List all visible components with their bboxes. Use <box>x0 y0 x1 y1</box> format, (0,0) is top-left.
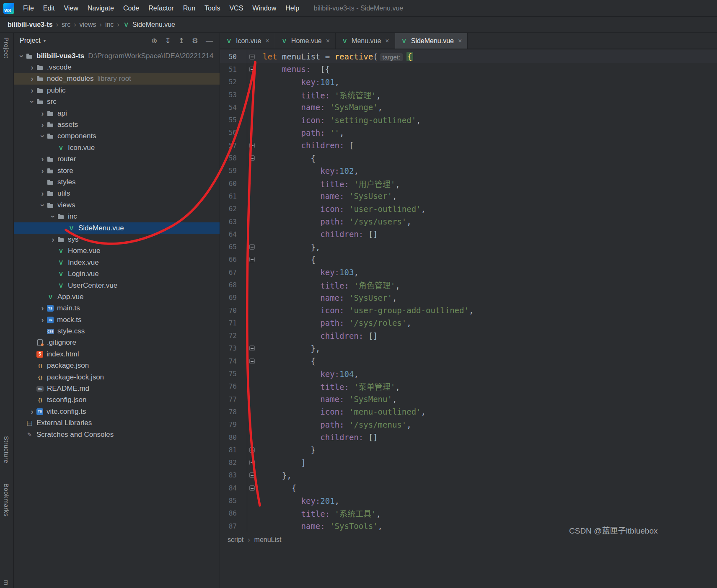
tree-item-UserCenter.vue[interactable]: UserCenter.vue <box>14 280 220 291</box>
code-text[interactable]: { <box>257 483 296 493</box>
code-text[interactable]: path: '/sys/users', <box>257 217 412 226</box>
tree-item-.vscode[interactable]: ›.vscode <box>14 62 220 73</box>
fold-icon[interactable] <box>249 67 255 72</box>
chevron-down-icon[interactable]: › <box>39 132 47 141</box>
tree-item-Index.vue[interactable]: Index.vue <box>14 257 220 268</box>
tree-item-utils[interactable]: ›utils <box>14 188 220 199</box>
code-text[interactable]: children: [] <box>257 433 378 442</box>
tree-item-node_modules[interactable]: ›node_moduleslibrary root <box>14 73 220 85</box>
tree-item-package-lock.json[interactable]: package-lock.json <box>14 371 220 383</box>
tree-item-.gitignore[interactable]: .gitignore <box>14 337 220 348</box>
chevron-right-icon[interactable]: › <box>28 64 36 71</box>
fold-icon[interactable] <box>249 54 255 59</box>
fold-icon[interactable] <box>249 485 255 491</box>
code-text[interactable]: key:101, <box>257 77 339 87</box>
chevron-down-icon[interactable]: › <box>39 201 47 209</box>
tree-item-Icon.vue[interactable]: Icon.vue <box>14 142 220 153</box>
code-text[interactable]: path: '', <box>257 128 344 137</box>
code-text[interactable]: icon: 'setting-outlined', <box>257 116 421 125</box>
chevron-down-icon[interactable]: › <box>28 98 36 106</box>
tree-item-tsconfig.json[interactable]: tsconfig.json <box>14 395 220 406</box>
code-text[interactable]: icon: 'menu-outlined', <box>257 407 426 416</box>
chevron-right-icon[interactable]: › <box>38 121 47 129</box>
tree-item-Home.vue[interactable]: Home.vue <box>14 245 220 257</box>
bottom-breadcrumb-item[interactable]: script <box>227 536 244 544</box>
menu-item-refactor[interactable]: Refactor <box>144 5 178 12</box>
tree-item-vite.config.ts[interactable]: ›vite.config.ts <box>14 406 220 417</box>
chevron-down-icon[interactable]: › <box>18 52 26 60</box>
code-text[interactable]: key:102, <box>257 166 359 175</box>
code-text[interactable]: name: 'SysTools', <box>257 521 383 531</box>
collapse-all-icon[interactable]: ↧ <box>165 37 171 44</box>
bottom-breadcrumb-item[interactable]: menuList <box>254 536 282 544</box>
code-text[interactable]: path: '/sys/roles', <box>257 318 412 328</box>
breadcrumb-item[interactable]: SideMenu.vue <box>123 21 175 28</box>
code-text[interactable]: icon: 'user-outlined', <box>257 204 426 214</box>
code-text[interactable]: }, <box>257 242 320 252</box>
code-text[interactable]: name: 'SysUser', <box>257 293 397 302</box>
tree-item-inc[interactable]: ›inc <box>14 211 220 222</box>
code-text[interactable]: title: '系统工具', <box>257 508 381 519</box>
code-text[interactable]: name: 'SysUser', <box>257 191 397 201</box>
code-text[interactable]: key:104, <box>257 369 359 379</box>
tool-strip-project[interactable]: Project <box>3 37 10 58</box>
code-text[interactable]: }, <box>257 344 320 353</box>
tree-item-style.css[interactable]: style.css <box>14 325 220 337</box>
tree-item-views[interactable]: ›views <box>14 199 220 211</box>
menu-item-vcs[interactable]: VCS <box>225 5 248 12</box>
fold-icon[interactable] <box>249 155 255 161</box>
menu-item-run[interactable]: Run <box>179 5 200 12</box>
tree-item-App.vue[interactable]: App.vue <box>14 291 220 302</box>
tool-strip-structure[interactable]: Structure <box>3 436 10 463</box>
code-text[interactable]: title: '角色管理', <box>257 279 400 291</box>
fold-icon[interactable] <box>249 460 255 465</box>
breadcrumb-item[interactable]: views <box>80 21 96 28</box>
menu-item-navigate[interactable]: Navigate <box>83 5 119 12</box>
fold-icon[interactable] <box>249 358 255 364</box>
tree-item-package.json[interactable]: package.json <box>14 360 220 371</box>
chevron-right-icon[interactable]: › <box>38 316 47 324</box>
tree-item-store[interactable]: ›store <box>14 165 220 176</box>
code-text[interactable]: ] <box>257 458 306 467</box>
close-icon[interactable]: × <box>385 37 389 45</box>
tree-item-main.ts[interactable]: ›main.ts <box>14 303 220 314</box>
tab-menu-vue[interactable]: Menu.vue× <box>336 33 395 49</box>
close-icon[interactable]: × <box>458 37 462 45</box>
breadcrumb-item[interactable]: bilibili-vue3-ts <box>8 21 53 28</box>
code-text[interactable]: name: 'SysMenu', <box>257 395 397 404</box>
menu-item-help[interactable]: Help <box>281 5 304 12</box>
fold-icon[interactable] <box>249 346 255 351</box>
locate-file-icon[interactable]: ⊕ <box>151 37 157 44</box>
fold-icon[interactable] <box>249 143 255 148</box>
menu-item-code[interactable]: Code <box>119 5 144 12</box>
menu-item-tools[interactable]: Tools <box>200 5 225 12</box>
project-panel-title[interactable]: Project <box>20 37 41 44</box>
chevron-right-icon[interactable]: › <box>38 155 47 163</box>
code-text[interactable]: title: '用户管理', <box>257 178 400 189</box>
tree-item-Scratches-and-Consoles[interactable]: Scratches and Consoles <box>14 429 220 440</box>
fold-icon[interactable] <box>249 447 255 453</box>
fold-icon[interactable] <box>249 244 255 250</box>
chevron-down-icon[interactable]: ▾ <box>44 38 46 44</box>
tree-item-styles[interactable]: styles <box>14 176 220 188</box>
chevron-down-icon[interactable]: › <box>49 212 57 221</box>
close-icon[interactable]: × <box>265 37 269 45</box>
app-logo-icon[interactable]: WS <box>3 3 14 14</box>
code-text[interactable]: let menuList = reactive(target:{ <box>257 52 413 61</box>
tree-item-README.md[interactable]: README.md <box>14 383 220 394</box>
tree-item-src[interactable]: ›src <box>14 96 220 108</box>
chevron-right-icon[interactable]: › <box>38 304 47 312</box>
chevron-right-icon[interactable]: › <box>28 408 36 415</box>
code-text[interactable]: menus: [{ <box>257 64 330 74</box>
chevron-right-icon[interactable]: › <box>28 87 36 94</box>
breadcrumb-item[interactable]: src <box>62 21 70 28</box>
tree-item-components[interactable]: ›components <box>14 131 220 142</box>
expand-all-icon[interactable]: ↥ <box>179 37 184 44</box>
menu-item-window[interactable]: Window <box>248 5 281 12</box>
tree-item-public[interactable]: ›public <box>14 85 220 96</box>
tree-item-bilibili-vue3-ts[interactable]: ›bilibili-vue3-tsD:\ProgramWorkSpace\IDE… <box>14 50 220 62</box>
tab-home-vue[interactable]: Home.vue× <box>275 33 336 49</box>
code-text[interactable]: key:103, <box>257 268 359 277</box>
tree-item-index.html[interactable]: index.html <box>14 348 220 360</box>
chevron-right-icon[interactable]: › <box>28 75 36 83</box>
